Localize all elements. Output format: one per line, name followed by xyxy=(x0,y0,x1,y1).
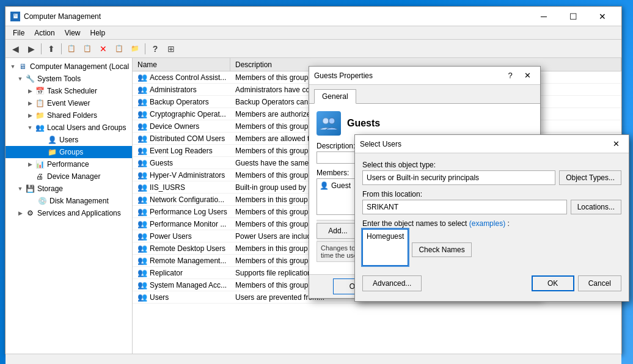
toolbar-properties[interactable]: 📋 xyxy=(112,42,126,56)
toolbar-grid[interactable]: ⊞ xyxy=(164,42,178,56)
close-button[interactable]: ✕ xyxy=(588,7,617,26)
list-cell-name: 👥 Access Control Assist... xyxy=(133,72,230,83)
menu-file[interactable]: File xyxy=(8,27,29,38)
expand-icon-system-tools: ▼ xyxy=(15,74,25,84)
sidebar-item-local-users[interactable]: ▼ 👥 Local Users and Groups xyxy=(5,122,132,134)
title-bar-controls: ─ ☐ ✕ xyxy=(530,7,617,26)
row-name-text: IIS_IUSRS xyxy=(150,183,185,192)
menu-bar: File Action View Help xyxy=(5,26,621,40)
object-names-input[interactable]: Homeguest xyxy=(362,229,408,266)
sidebar-label-system-tools: System Tools xyxy=(37,75,81,83)
toolbar-sep-3 xyxy=(145,43,145,54)
row-icon: 👥 xyxy=(137,158,147,168)
object-type-label: Select this object type: xyxy=(362,161,621,169)
object-types-button[interactable]: Object Types... xyxy=(559,170,621,185)
select-users-title-bar: Select Users ✕ xyxy=(355,135,629,153)
sidebar-label-computer: Computer Management (Local xyxy=(30,62,129,71)
row-icon: 👥 xyxy=(137,207,147,217)
toolbar-delete[interactable]: ✕ xyxy=(96,42,111,56)
sidebar-item-computer-mgmt[interactable]: ▼ 🖥 Computer Management (Local xyxy=(5,60,132,73)
services-icon: ⚙ xyxy=(25,208,35,218)
row-icon: 👥 xyxy=(137,219,147,229)
expand-icon-storage: ▼ xyxy=(15,184,25,194)
local-users-icon: 👥 xyxy=(35,123,45,133)
app-icon: 🖥 xyxy=(10,12,20,21)
locations-button[interactable]: Locations... xyxy=(571,200,621,214)
status-bar xyxy=(5,354,621,364)
expand-icon-task: ▶ xyxy=(25,86,35,96)
guests-group-name: Guests xyxy=(347,118,380,129)
examples-link[interactable]: (examples) xyxy=(469,219,505,228)
add-button[interactable]: Add... xyxy=(316,223,359,239)
expand-icon-shared: ▶ xyxy=(25,111,35,120)
row-icon: 👥 xyxy=(137,183,147,192)
object-type-row: Users or Built-in security principals Ob… xyxy=(362,170,621,185)
row-name-text: Remote Desktop Users xyxy=(150,244,225,253)
list-cell-name: 👥 System Managed Acc... xyxy=(133,280,230,291)
menu-view[interactable]: View xyxy=(60,27,86,38)
select-users-close-btn[interactable]: ✕ xyxy=(608,136,624,152)
sidebar-item-storage[interactable]: ▼ 💾 Storage xyxy=(5,183,132,195)
minimize-button[interactable]: ─ xyxy=(530,7,558,26)
list-cell-name: 👥 Event Log Readers xyxy=(133,145,230,156)
toolbar-show-desc[interactable]: 📋 xyxy=(80,42,95,56)
row-name-text: Event Log Readers xyxy=(150,147,213,155)
sidebar-item-event-viewer[interactable]: ▶ 📋 Event Viewer xyxy=(5,97,132,109)
sidebar-item-performance[interactable]: ▶ 📊 Performance xyxy=(5,158,132,170)
sidebar-item-services[interactable]: ▶ ⚙ Services and Applications xyxy=(5,207,132,219)
expand-icon-local: ▼ xyxy=(25,123,35,133)
sidebar-item-device-manager[interactable]: ▶ 🖨 Device Manager xyxy=(5,170,132,183)
advanced-button[interactable]: Advanced... xyxy=(362,275,422,291)
svg-point-0 xyxy=(323,118,329,124)
shared-icon: 📁 xyxy=(35,111,45,120)
sidebar-item-task-scheduler[interactable]: ▶ 📅 Task Scheduler xyxy=(5,85,132,97)
list-cell-name: 👥 IIS_IUSRS xyxy=(133,182,230,193)
sidebar-item-shared-folders[interactable]: ▶ 📁 Shared Folders xyxy=(5,109,132,122)
select-users-title: Select Users xyxy=(360,140,608,148)
guests-dialog-title: Guests Properties xyxy=(314,71,502,80)
toolbar-show-hide[interactable]: 📋 xyxy=(64,42,79,56)
toolbar-help[interactable]: ? xyxy=(148,42,163,56)
svg-point-1 xyxy=(329,118,335,124)
row-icon: 👥 xyxy=(137,109,147,119)
main-window-title: Computer Management xyxy=(24,12,530,21)
row-icon: 👥 xyxy=(137,256,147,266)
row-name-text: Performance Log Users xyxy=(150,208,227,216)
check-names-button[interactable]: Check Names xyxy=(412,242,471,257)
computer-icon: 🖥 xyxy=(18,62,27,71)
col-header-name[interactable]: Name xyxy=(133,58,230,71)
row-icon: 👥 xyxy=(137,280,147,290)
menu-action[interactable]: Action xyxy=(29,27,59,38)
disk-icon: 💿 xyxy=(37,196,47,206)
select-users-ok-btn[interactable]: OK xyxy=(532,275,574,291)
sidebar-item-users[interactable]: ▶ 👤 Users xyxy=(5,134,132,146)
row-name-text: Power Users xyxy=(150,232,192,241)
sidebar-item-disk-mgmt[interactable]: ▶ 💿 Disk Management xyxy=(5,195,132,207)
toolbar: ◀ ▶ ⬆ 📋 📋 ✕ 📋 📁 ? ⊞ xyxy=(5,40,621,58)
expand-icon-event: ▶ xyxy=(25,98,35,108)
sidebar-item-system-tools[interactable]: ▼ 🔧 System Tools xyxy=(5,73,132,85)
tab-general[interactable]: General xyxy=(314,89,356,104)
sidebar-label-groups: Groups xyxy=(59,148,83,156)
sidebar-item-groups[interactable]: ▶ 📁 Groups xyxy=(5,146,132,158)
expand-icon-computer: ▼ xyxy=(8,62,18,71)
expand-icon-services: ▶ xyxy=(15,208,25,218)
toolbar-sep-1 xyxy=(41,43,42,54)
toolbar-forward[interactable]: ▶ xyxy=(24,42,38,56)
menu-help[interactable]: Help xyxy=(86,27,111,38)
toolbar-up[interactable]: ⬆ xyxy=(44,42,59,56)
row-name-text: Users xyxy=(150,293,169,302)
system-tools-icon: 🔧 xyxy=(25,74,35,84)
list-cell-name: 👥 Power Users xyxy=(133,231,230,242)
tab-strip: General xyxy=(309,85,540,104)
toolbar-back[interactable]: ◀ xyxy=(8,42,23,56)
sidebar-label-services: Services and Applications xyxy=(37,209,121,217)
guests-help-button[interactable]: ? xyxy=(502,68,518,84)
guests-close-button[interactable]: ✕ xyxy=(519,68,535,84)
select-users-cancel-btn[interactable]: Cancel xyxy=(578,275,621,291)
maximize-button[interactable]: ☐ xyxy=(559,7,587,26)
toolbar-new-window[interactable]: 📁 xyxy=(128,42,142,56)
perf-icon: 📊 xyxy=(35,159,45,169)
select-users-footer: Advanced... OK Cancel xyxy=(362,275,621,294)
select-users-title-controls: ✕ xyxy=(608,136,624,152)
